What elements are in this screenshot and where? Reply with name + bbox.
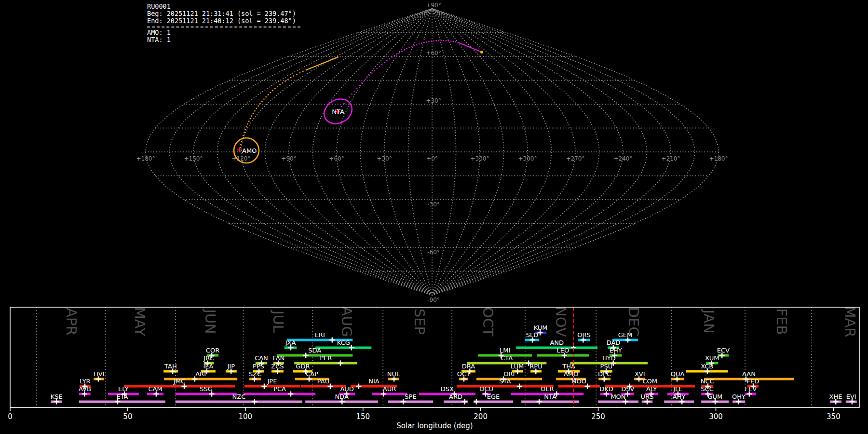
shower-cam: CAM	[147, 385, 163, 397]
peak-marker-sta	[517, 384, 522, 389]
longitude-label: +150°	[184, 155, 203, 162]
shower-bar-sta	[457, 385, 554, 388]
x-tick-label: 250	[591, 412, 605, 421]
peak-marker-ege	[474, 399, 479, 405]
month-label-jun: JUN	[202, 308, 218, 334]
shower-label-leo: LEO	[557, 347, 570, 354]
shower-label-jmc: JMC	[173, 378, 185, 385]
shower-label-sld: SLD	[526, 331, 539, 339]
latitude-label: +90°	[426, 2, 441, 9]
month-label-jul: JUL	[270, 310, 286, 333]
shower-label-aly: ALY	[646, 385, 657, 393]
x-tick-label: 100	[239, 412, 253, 421]
shower-label-gem: GEM	[618, 331, 633, 339]
shower-kse: KSE	[51, 393, 63, 405]
month-label-may: MAY	[132, 307, 148, 337]
shower-label-gum: GUM	[707, 393, 722, 400]
shower-label-and: AND	[550, 339, 564, 346]
amo-drift-trail	[240, 57, 339, 148]
shower-label-ahy: AHY	[673, 393, 686, 400]
shower-nue: NUE	[387, 370, 400, 382]
session-begin: Beg: 20251121 21:31:41 (sol = 239.47°)	[147, 10, 300, 17]
shower-label-evi: EVI	[846, 393, 856, 400]
shower-label-lum: LUM	[511, 363, 524, 370]
shower-count-nta: NTA: 1	[147, 36, 300, 43]
shower-label-ari: ARI	[195, 370, 206, 378]
shower-label-gdr: GDR	[296, 363, 310, 370]
shower-label-cap: CAP	[306, 370, 318, 378]
shower-bar-jpe	[244, 385, 300, 388]
longitude-label: +60°	[329, 155, 344, 162]
peak-marker-nzc	[252, 399, 257, 405]
shower-bar-nta	[521, 401, 579, 403]
shower-label-kse: KSE	[51, 393, 63, 400]
shower-label-ssg: SSG	[200, 385, 213, 393]
peak-marker-per	[338, 361, 343, 366]
shower-counts: AMO: 1NTA: 1	[147, 29, 300, 43]
longitude-label: +90°	[281, 155, 296, 162]
shower-label-ors: ORS	[577, 331, 591, 339]
shower-bar-kcg	[315, 347, 371, 349]
shower-label-pps: PPS	[253, 363, 264, 370]
shower-label-kcg: KCG	[337, 339, 350, 346]
shower-qua: QUA	[671, 370, 685, 382]
shower-label-amo: AMO	[564, 370, 578, 378]
shower-bar-eta	[79, 401, 165, 403]
month-label-nov: NOV	[553, 306, 569, 337]
peak-marker-pca	[288, 392, 294, 397]
shower-bar-jmc	[124, 385, 235, 388]
shower-label-xvi: XVI	[635, 370, 645, 378]
shower-label-fed: FED	[746, 378, 759, 385]
separator-line	[147, 27, 300, 27]
shower-label-urs: URS	[641, 393, 654, 400]
shower-ors: ORS	[577, 331, 591, 343]
shower-label-jip: JIP	[227, 363, 235, 370]
shower-label-oer: OER	[541, 385, 554, 393]
shower-label-fan: FAN	[272, 354, 285, 362]
shower-label-jrc: JRC	[203, 354, 214, 362]
longitude-label: +210°	[662, 155, 680, 162]
x-tick-label: 50	[123, 412, 132, 421]
month-label-mar: MAR	[842, 306, 858, 337]
shower-count-amo: AMO: 1	[147, 29, 300, 36]
peak-marker-jpe	[261, 384, 267, 389]
latitude-label: +30°	[426, 97, 441, 104]
shower-label-aan: AAN	[742, 370, 756, 378]
shower-label-dsv: DSV	[621, 385, 634, 393]
peak-marker-nta	[537, 399, 542, 405]
shower-label-ege: EGE	[487, 393, 500, 400]
shower-label-cam: CAM	[148, 385, 162, 393]
screen: +180°+150°+120°+90°+60°+30°+0°+330°+300°…	[0, 0, 868, 434]
shower-nda: NDA	[305, 393, 378, 405]
x-axis-title: Solar longitude (deg)	[396, 421, 473, 430]
shower-ohy: OHY	[732, 393, 746, 405]
shower-label-fev: FEV	[745, 385, 757, 393]
shower-bar-pau	[301, 385, 346, 388]
shower-szc: SZC	[249, 370, 261, 382]
shower-tah: TAH	[163, 363, 178, 374]
shower-label-can: CAN	[255, 354, 268, 362]
shower-label-nzc: NZC	[232, 393, 246, 400]
shower-label-dkd: DKD	[599, 385, 613, 393]
shower-label-ard: ARD	[449, 393, 462, 400]
shower-label-nue: NUE	[387, 370, 400, 378]
shower-label-jpe: JPE	[267, 378, 277, 385]
shower-label-nta: NTA	[544, 393, 556, 400]
shower-label-jxa: JXA	[285, 339, 296, 346]
shower-label-oct: OCT	[457, 370, 470, 378]
longitude-label: +180°	[709, 155, 728, 162]
x-axis: 050100150200250300350Solar longitude (de…	[8, 407, 840, 430]
shower-xhe: XHE	[829, 393, 842, 405]
longitude-label: +240°	[614, 155, 633, 162]
shower-label-ncc: NCC	[701, 378, 714, 385]
shower-label-kum: KUM	[534, 324, 548, 331]
shower-hvi: HVI	[94, 370, 105, 382]
shower-label-psu: PSU	[600, 363, 613, 370]
nta-drift-trail	[339, 40, 483, 111]
x-tick-label: 200	[474, 412, 488, 421]
shower-bars: KUMERISLDORSGEMJXAKCGANDDADCORSDALMILEOE…	[51, 324, 857, 405]
shower-label-rpu: RPU	[529, 363, 542, 370]
shower-label-dra: DRA	[462, 363, 475, 370]
radiant-nta: NTA	[320, 95, 356, 129]
shower-dpc: DPC	[598, 370, 611, 382]
